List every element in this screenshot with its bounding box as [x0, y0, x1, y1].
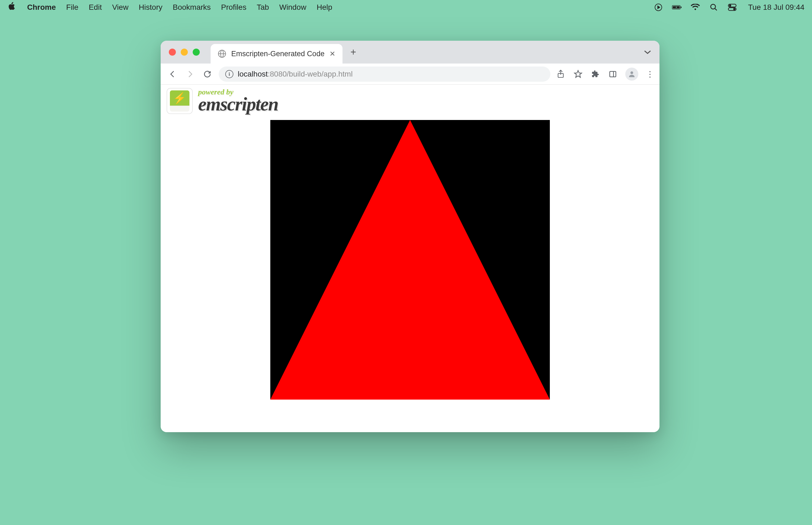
screen-record-icon[interactable]: [654, 2, 663, 12]
menu-file[interactable]: File: [66, 3, 78, 12]
webgl-canvas[interactable]: [270, 120, 550, 400]
emscripten-header: ⚡ powered by emscripten: [161, 85, 659, 117]
svg-point-5: [711, 4, 716, 9]
browser-toolbar: i localhost:8080/build-web/app.html ⋮: [161, 63, 659, 85]
menu-history[interactable]: History: [139, 3, 162, 12]
share-icon[interactable]: [556, 69, 566, 79]
svg-line-6: [715, 9, 717, 10]
wifi-icon[interactable]: [690, 2, 700, 12]
menu-profiles[interactable]: Profiles: [221, 3, 246, 12]
triangle-render: [270, 120, 550, 400]
menubar-left: Chrome File Edit View History Bookmarks …: [7, 2, 332, 13]
canvas-area: [161, 120, 659, 400]
svg-point-18: [630, 71, 633, 74]
svg-marker-1: [658, 6, 660, 9]
chrome-menu-icon[interactable]: ⋮: [646, 69, 654, 79]
window-fullscreen-button[interactable]: [193, 49, 200, 56]
bolt-icon: ⚡: [173, 92, 186, 105]
svg-rect-16: [610, 71, 616, 77]
svg-rect-3: [681, 6, 682, 8]
menu-window[interactable]: Window: [279, 3, 306, 12]
spotlight-search-icon[interactable]: [709, 2, 719, 12]
macos-menubar: Chrome File Edit View History Bookmarks …: [0, 0, 812, 15]
apple-menu-icon[interactable]: [7, 2, 15, 13]
menu-view[interactable]: View: [112, 3, 128, 12]
url-path: :8080/build-web/app.html: [268, 70, 353, 78]
menu-tab[interactable]: Tab: [257, 3, 269, 12]
browser-tab-active[interactable]: Emscripten-Generated Code ✕: [211, 44, 342, 63]
emscripten-logo-icon: ⚡: [167, 88, 193, 114]
tabs-dropdown-icon[interactable]: [644, 48, 651, 57]
bookmark-star-icon[interactable]: [573, 69, 583, 79]
profile-avatar-icon[interactable]: [625, 68, 638, 80]
window-controls: [169, 49, 200, 56]
toolbar-right: ⋮: [556, 68, 654, 80]
window-close-button[interactable]: [169, 49, 176, 56]
menu-help[interactable]: Help: [317, 3, 333, 12]
svg-point-8: [730, 5, 731, 6]
control-center-icon[interactable]: [727, 2, 737, 12]
chrome-window: Emscripten-Generated Code ✕ + i localhos…: [161, 41, 659, 432]
menu-edit[interactable]: Edit: [89, 3, 102, 12]
active-app-name[interactable]: Chrome: [27, 3, 56, 12]
page-content: ⚡ powered by emscripten: [161, 85, 659, 432]
forward-button[interactable]: [184, 68, 196, 80]
menu-bookmarks[interactable]: Bookmarks: [173, 3, 211, 12]
side-panel-icon[interactable]: [608, 69, 618, 79]
tab-close-icon[interactable]: ✕: [330, 50, 335, 58]
emscripten-name-text: emscripten: [198, 95, 278, 114]
menubar-right: Tue 18 Jul 09:44: [654, 2, 805, 12]
emscripten-wordmark: powered by emscripten: [198, 88, 278, 114]
svg-point-10: [734, 9, 735, 10]
menubar-datetime[interactable]: Tue 18 Jul 09:44: [748, 3, 805, 12]
globe-icon: [218, 49, 226, 58]
address-bar[interactable]: i localhost:8080/build-web/app.html: [219, 66, 550, 82]
window-minimize-button[interactable]: [181, 49, 188, 56]
back-button[interactable]: [167, 68, 179, 80]
tab-title: Emscripten-Generated Code: [231, 50, 325, 58]
site-info-icon[interactable]: i: [225, 70, 233, 78]
battery-charging-icon[interactable]: [672, 2, 682, 12]
url-text: localhost:8080/build-web/app.html: [238, 70, 353, 78]
extensions-puzzle-icon[interactable]: [591, 69, 600, 79]
new-tab-button[interactable]: +: [345, 44, 362, 60]
reload-button[interactable]: [201, 68, 213, 80]
svg-marker-15: [574, 70, 582, 77]
url-host: localhost: [238, 70, 268, 78]
tab-strip: Emscripten-Generated Code ✕ +: [161, 41, 659, 63]
